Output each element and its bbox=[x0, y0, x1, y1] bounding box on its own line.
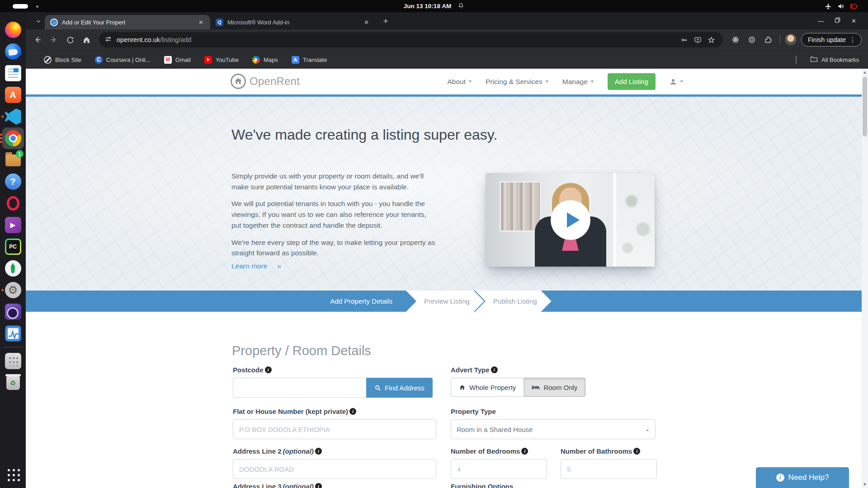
step-preview-listing[interactable]: Preview Listing bbox=[406, 291, 484, 312]
search-icon bbox=[374, 385, 381, 391]
info-icon[interactable]: i bbox=[633, 448, 640, 455]
system-clock[interactable]: Jun 13 10:18 AM bbox=[404, 3, 451, 9]
toolbar-divider bbox=[780, 35, 780, 44]
passwords-key-icon[interactable] bbox=[679, 34, 690, 46]
extension-target-icon[interactable] bbox=[745, 33, 759, 47]
bookmark-gmail[interactable]: M Gmail bbox=[164, 56, 191, 64]
utility-app-icon[interactable] bbox=[5, 353, 21, 369]
finish-update-button[interactable]: Finish update ⋮ bbox=[801, 33, 862, 47]
find-address-button[interactable]: Find Address bbox=[366, 378, 433, 398]
info-icon[interactable]: i bbox=[521, 448, 528, 455]
tab-search-button[interactable] bbox=[32, 15, 45, 28]
home-icon[interactable] bbox=[79, 33, 94, 47]
tab-close-icon[interactable]: ✕ bbox=[362, 19, 371, 26]
firefox-icon[interactable] bbox=[5, 22, 21, 38]
pycharm-icon[interactable]: PC bbox=[5, 239, 21, 255]
bookmark-maps[interactable]: Maps bbox=[252, 56, 278, 64]
vscode-icon[interactable] bbox=[5, 108, 21, 125]
extensions-puzzle-icon[interactable] bbox=[761, 33, 775, 47]
page-scrollbar[interactable]: ▲ ▼ bbox=[862, 69, 868, 488]
forward-icon[interactable] bbox=[47, 33, 61, 47]
nav-about[interactable]: About bbox=[447, 78, 472, 86]
back-icon[interactable] bbox=[30, 33, 45, 47]
maps-icon bbox=[252, 56, 260, 64]
bookmark-star-icon[interactable] bbox=[706, 34, 717, 46]
install-icon[interactable] bbox=[692, 34, 704, 46]
tab-openrent[interactable]: ⌂ Add or Edit Your Propert ✕ bbox=[45, 15, 210, 29]
airplane-mode-icon[interactable] bbox=[825, 3, 832, 10]
page-viewport: OpenRent About Pricing & Services Manage… bbox=[26, 69, 868, 488]
info-icon[interactable]: i bbox=[265, 366, 272, 373]
help-icon[interactable]: ? bbox=[5, 174, 21, 190]
files-icon[interactable]: 1 bbox=[5, 152, 21, 168]
settings-icon[interactable]: ⚙ bbox=[5, 282, 21, 298]
chrome-icon[interactable] bbox=[5, 130, 21, 146]
flat-number-input[interactable] bbox=[233, 419, 436, 439]
purple-circle-app-icon[interactable] bbox=[5, 304, 21, 320]
app-store-icon[interactable]: A bbox=[5, 87, 21, 103]
reload-icon[interactable] bbox=[63, 33, 77, 47]
openrent-logo[interactable]: OpenRent bbox=[231, 74, 300, 89]
need-help-button[interactable]: i Need Help? bbox=[756, 467, 849, 488]
browser-menu-icon[interactable]: ⋮ bbox=[849, 36, 856, 43]
all-bookmarks-button[interactable]: All Bookmarks bbox=[810, 56, 859, 64]
account-menu[interactable] bbox=[669, 78, 684, 86]
whole-property-button[interactable]: Whole Property bbox=[451, 378, 524, 397]
address-bar[interactable]: openrent.co.uk/listing/add bbox=[99, 32, 723, 47]
bookmark-coursera[interactable]: C Coursera | Onli... bbox=[95, 56, 151, 64]
libreoffice-writer-icon[interactable] bbox=[5, 65, 21, 81]
chevron-down-icon: ⌄ bbox=[645, 426, 650, 432]
info-icon[interactable]: i bbox=[349, 408, 356, 415]
step-publish-listing[interactable]: Publish Listing bbox=[475, 291, 552, 312]
play-button-icon[interactable] bbox=[551, 200, 590, 240]
videos-icon[interactable]: ▶ bbox=[5, 217, 21, 233]
bookmark-youtube[interactable]: YouTube bbox=[204, 56, 239, 64]
postcode-input[interactable] bbox=[233, 378, 366, 398]
scrollbar-thumb[interactable] bbox=[863, 77, 867, 136]
info-icon[interactable]: i bbox=[315, 448, 322, 455]
chevron-down-icon bbox=[545, 80, 549, 83]
ubuntu-dock: A 1 ? ▶ PC ⚙ ♻ bbox=[0, 12, 26, 488]
site-info-icon[interactable] bbox=[104, 35, 112, 45]
thunderbird-icon[interactable] bbox=[5, 43, 21, 60]
restore-button[interactable] bbox=[835, 17, 840, 24]
tab-close-icon[interactable]: ✕ bbox=[196, 19, 206, 26]
address-line-2-input[interactable] bbox=[233, 459, 436, 479]
scroll-up-icon[interactable]: ▲ bbox=[862, 70, 868, 75]
translate-icon: A bbox=[292, 56, 299, 64]
opera-icon[interactable] bbox=[5, 195, 21, 211]
learn-more-link[interactable]: Learn more» bbox=[231, 262, 281, 270]
trash-icon[interactable]: ♻ bbox=[5, 375, 21, 391]
bookmark-block-site[interactable]: Block Site bbox=[44, 56, 81, 64]
new-tab-button[interactable]: + bbox=[379, 15, 392, 28]
tab-word-addin[interactable]: Q Microsoft® Word Add-in ✕ bbox=[210, 15, 376, 29]
chrome-active-slot[interactable] bbox=[2, 127, 24, 149]
bathrooms-input[interactable] bbox=[561, 459, 657, 479]
extension-atom-icon[interactable] bbox=[728, 33, 743, 47]
mongodb-icon[interactable] bbox=[5, 260, 21, 277]
url-text[interactable]: openrent.co.uk/listing/add bbox=[117, 36, 674, 43]
info-icon[interactable]: i bbox=[491, 366, 498, 373]
coursera-icon: C bbox=[95, 56, 103, 64]
battery-icon[interactable] bbox=[850, 3, 858, 9]
scroll-down-icon[interactable]: ▼ bbox=[862, 482, 868, 487]
add-listing-button[interactable]: Add Listing bbox=[608, 73, 656, 90]
step-add-property-details[interactable]: Add Property Details bbox=[316, 291, 406, 312]
show-applications-icon[interactable] bbox=[6, 467, 20, 482]
close-button[interactable]: ✕ bbox=[851, 18, 856, 24]
nav-pricing-services[interactable]: Pricing & Services bbox=[486, 78, 549, 86]
nav-manage[interactable]: Manage bbox=[562, 78, 594, 86]
property-type-select[interactable]: Room in a Shared House ⌄ bbox=[451, 419, 656, 439]
intro-video-thumbnail[interactable] bbox=[486, 173, 655, 267]
system-monitor-icon[interactable] bbox=[5, 325, 21, 342]
info-icon[interactable]: i bbox=[315, 483, 322, 488]
room-only-button[interactable]: Room Only bbox=[524, 378, 585, 397]
flat-number-label: Flat or House Number (kept private)i bbox=[233, 408, 436, 415]
bedrooms-input[interactable] bbox=[451, 459, 547, 479]
tab-strip: ⌂ Add or Edit Your Propert ✕ Q Microsoft… bbox=[26, 12, 868, 29]
address-line-2-label: Address Line 2 (optional)i bbox=[233, 447, 436, 455]
profile-avatar[interactable] bbox=[785, 34, 797, 46]
minimize-button[interactable]: — bbox=[818, 18, 824, 24]
bookmark-translate[interactable]: A Translate bbox=[292, 56, 327, 64]
volume-icon[interactable] bbox=[837, 3, 844, 10]
